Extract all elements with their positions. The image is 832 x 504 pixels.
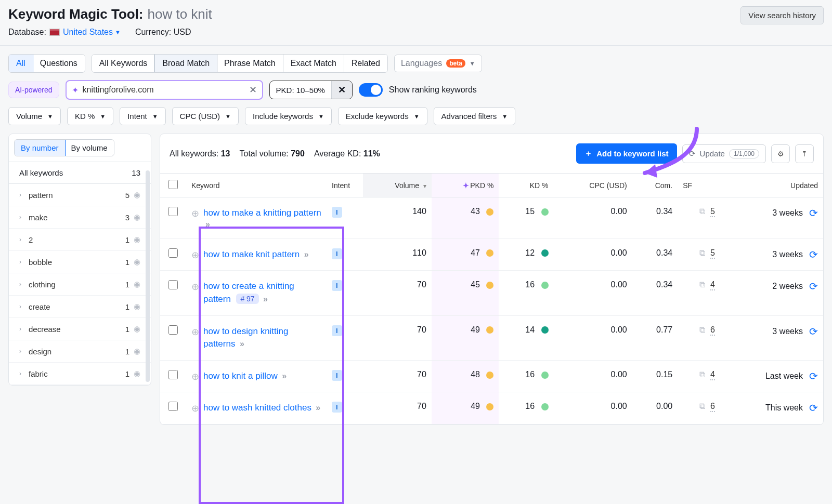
chevron-right-icon: › [19, 325, 29, 333]
refresh-row-icon[interactable]: ⟳ [809, 280, 818, 293]
filter-intent[interactable]: Intent▼ [120, 107, 165, 125]
sidebar-item-2[interactable]: ›21◉ [9, 229, 151, 251]
filter-advanced-filters[interactable]: Advanced filters▼ [434, 107, 516, 125]
pkd-filter-chip[interactable]: PKD: 10–50% ✕ [269, 81, 353, 99]
col-pkd[interactable]: ✦PKD % [432, 174, 499, 197]
expand-icon[interactable]: ⊕ [191, 249, 199, 261]
open-icon[interactable]: » [282, 372, 287, 380]
sidebar-item-make[interactable]: ›make3◉ [9, 206, 151, 229]
tab-all[interactable]: All [8, 54, 33, 73]
eye-icon[interactable]: ◉ [134, 213, 140, 222]
export-button[interactable]: ⤒ [795, 144, 814, 163]
tab-related[interactable]: Related [344, 55, 387, 72]
col-kd[interactable]: KD % [499, 174, 553, 197]
keyword-link[interactable]: how to make knit pattern [203, 249, 300, 259]
domain-input[interactable]: ✦ ✕ [66, 80, 263, 100]
sidebar-item-clothing[interactable]: ›clothing1◉ [9, 273, 151, 296]
filter-exclude-keywords[interactable]: Exclude keywords▼ [338, 107, 427, 125]
tab-by-volume[interactable]: By volume [65, 140, 114, 156]
eye-icon[interactable]: ◉ [134, 235, 140, 244]
expand-icon[interactable]: ⊕ [191, 208, 199, 219]
refresh-row-icon[interactable]: ⟳ [809, 207, 818, 219]
open-icon[interactable]: » [205, 220, 210, 229]
filter-include-keywords[interactable]: Include keywords▼ [245, 107, 332, 125]
eye-icon[interactable]: ◉ [134, 324, 140, 334]
serp-icon[interactable]: ⧉ [699, 280, 705, 289]
database-select[interactable]: United States ▼ [63, 28, 121, 37]
eye-icon[interactable]: ◉ [134, 347, 140, 356]
eye-icon[interactable]: ◉ [134, 190, 140, 200]
keyword-link[interactable]: how to design knitting patterns [203, 326, 289, 349]
open-icon[interactable]: » [240, 339, 244, 348]
tab-all-keywords[interactable]: All Keywords [92, 55, 155, 72]
eye-icon[interactable]: ◉ [134, 369, 140, 378]
kd-dot-icon [541, 372, 549, 379]
open-icon[interactable]: » [316, 403, 320, 412]
row-checkbox[interactable] [168, 207, 178, 216]
view-search-history-button[interactable]: View search history [740, 6, 824, 24]
update-button[interactable]: ⟳ Update 1/1,000 [682, 144, 766, 163]
serp-icon[interactable]: ⧉ [699, 402, 705, 411]
serp-icon[interactable]: ⧉ [699, 370, 705, 379]
col-com[interactable]: Com. [632, 174, 678, 197]
filter-cpc-usd-[interactable]: CPC (USD)▼ [172, 107, 239, 125]
kd-dot-icon [541, 249, 549, 257]
open-icon[interactable]: » [304, 250, 309, 259]
tab-phrase-match[interactable]: Phrase Match [217, 55, 283, 72]
sidebar-item-design[interactable]: ›design1◉ [9, 340, 151, 363]
col-cpc[interactable]: CPC (USD) [554, 174, 632, 197]
sidebar-item-fabric[interactable]: ›fabric1◉ [9, 363, 151, 385]
col-keyword[interactable]: Keyword [186, 174, 327, 197]
serp-icon[interactable]: ⧉ [699, 248, 705, 258]
select-all-checkbox[interactable] [168, 180, 178, 189]
col-updated[interactable]: Updated [720, 174, 823, 197]
col-sf[interactable]: SF [678, 174, 720, 197]
refresh-row-icon[interactable]: ⟳ [809, 402, 818, 414]
add-to-keyword-list-button[interactable]: ＋ Add to keyword list [576, 143, 677, 164]
row-checkbox[interactable] [168, 370, 178, 379]
refresh-row-icon[interactable]: ⟳ [809, 248, 818, 261]
ai-powered-badge: AI-powered [8, 82, 59, 98]
sidebar-item-create[interactable]: ›create1◉ [9, 296, 151, 318]
tab-exact-match[interactable]: Exact Match [283, 55, 344, 72]
row-checkbox[interactable] [168, 280, 178, 289]
pkd-dot-icon [486, 249, 493, 257]
show-ranking-toggle[interactable] [359, 83, 383, 97]
sidebar-item-decrease[interactable]: ›decrease1◉ [9, 318, 151, 340]
filter-volume[interactable]: Volume▼ [8, 107, 61, 125]
serp-icon[interactable]: ⧉ [699, 325, 705, 335]
domain-field[interactable] [83, 85, 245, 95]
refresh-row-icon[interactable]: ⟳ [809, 370, 818, 382]
row-checkbox[interactable] [168, 325, 178, 335]
expand-icon[interactable]: ⊕ [191, 281, 199, 293]
expand-icon[interactable]: ⊕ [191, 326, 199, 338]
pkd-dot-icon [486, 326, 493, 334]
sidebar-all-keywords[interactable]: All keywords 13 [9, 162, 151, 184]
languages-dropdown[interactable]: Languages beta ▼ [394, 55, 482, 72]
filter-kd-[interactable]: KD %▼ [67, 107, 113, 125]
tab-by-number[interactable]: By number [14, 139, 66, 156]
row-checkbox[interactable] [168, 402, 178, 411]
open-icon[interactable]: » [263, 295, 268, 303]
settings-button[interactable]: ⚙ [771, 144, 790, 163]
expand-icon[interactable]: ⊕ [191, 403, 199, 414]
clear-pkd-icon[interactable]: ✕ [331, 81, 352, 99]
tab-broad-match[interactable]: Broad Match [154, 54, 217, 73]
clear-domain-icon[interactable]: ✕ [249, 84, 257, 96]
col-volume[interactable]: Volume ▾ [363, 174, 432, 197]
tab-questions[interactable]: Questions [33, 55, 85, 72]
row-checkbox[interactable] [168, 248, 178, 258]
expand-icon[interactable]: ⊕ [191, 371, 199, 382]
keyword-link[interactable]: how to wash knitted clothes [203, 403, 311, 413]
eye-icon[interactable]: ◉ [134, 280, 140, 289]
eye-icon[interactable]: ◉ [134, 302, 140, 311]
keyword-link[interactable]: how to knit a pillow [203, 371, 278, 381]
cell-sf: ⧉5 [678, 238, 720, 271]
col-intent[interactable]: Intent [327, 174, 363, 197]
eye-icon[interactable]: ◉ [134, 257, 140, 267]
sidebar-item-pattern[interactable]: ›pattern5◉ [9, 184, 151, 206]
refresh-row-icon[interactable]: ⟳ [809, 325, 818, 338]
serp-icon[interactable]: ⧉ [699, 207, 705, 216]
keyword-link[interactable]: how to make a knitting pattern [203, 208, 321, 218]
sidebar-item-bobble[interactable]: ›bobble1◉ [9, 251, 151, 273]
